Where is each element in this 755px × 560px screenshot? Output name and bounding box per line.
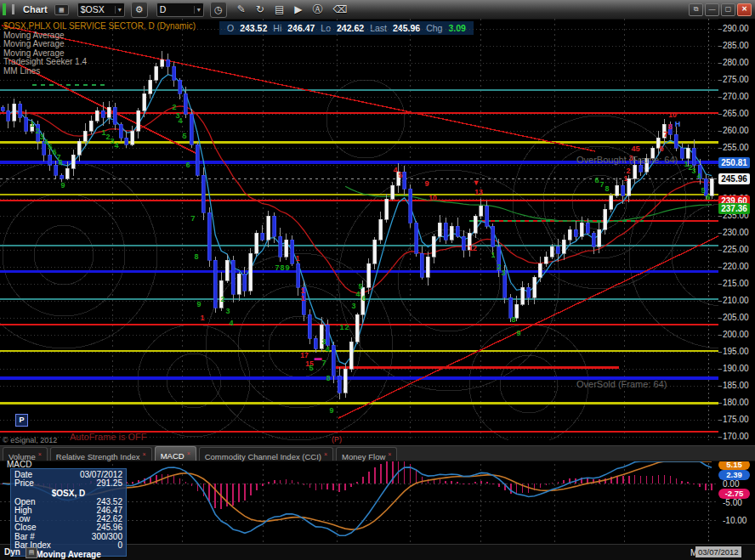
svg-text:5: 5: [635, 144, 639, 153]
price-badge: 250.81: [718, 157, 750, 168]
price-tickmark: [718, 301, 722, 302]
svg-text:8: 8: [667, 122, 672, 131]
autoframe-status: AutoFrame is OFF: [70, 432, 146, 442]
indicator-tab-volume[interactable]: Volume×: [3, 447, 48, 461]
svg-text:3: 3: [501, 269, 505, 277]
price-tick-label: 270.00: [723, 92, 749, 101]
refresh-icon[interactable]: ↻: [256, 3, 264, 15]
cycle-circle: [469, 325, 588, 440]
svg-text:6: 6: [594, 176, 599, 184]
draw-pencil-icon[interactable]: ✎: [237, 3, 246, 15]
price-tickmark: [718, 250, 722, 251]
svg-text:5: 5: [309, 364, 313, 372]
window-controls: ⧉ — ▢ ✕: [689, 3, 752, 16]
tab-close-icon[interactable]: ×: [187, 450, 190, 456]
svg-text:5: 5: [398, 171, 402, 179]
svg-text:8: 8: [280, 263, 284, 272]
dynamic-mode-icon[interactable]: ▤: [26, 547, 37, 558]
chevron-down-icon[interactable]: ▾: [115, 6, 122, 14]
symbol-value[interactable]: $OSX: [81, 4, 111, 14]
svg-text:▬: ▬: [315, 354, 322, 362]
pivot-marker: P: [15, 414, 28, 427]
svg-text:1: 1: [300, 294, 304, 303]
symbol-description: $OSX,PHLX OIL SERVICE SECTOR, D (Dynamic…: [3, 22, 196, 31]
svg-text:8: 8: [511, 315, 515, 324]
indicator-tab-commodity-channel-index-cci-[interactable]: Commodity Channel Index (CCI)×: [199, 447, 333, 461]
main-price-chart[interactable]: 12345678912342345678912347891111715▬5347…: [0, 19, 718, 440]
price-tickmark: [718, 369, 722, 370]
svg-text:4: 4: [178, 116, 182, 125]
svg-text:1: 1: [295, 254, 299, 263]
cycle-circle: [398, 229, 500, 331]
price-tickmark: [718, 420, 722, 421]
tab-close-icon[interactable]: ×: [143, 451, 146, 457]
legend-item[interactable]: Moving Average: [3, 40, 196, 49]
indicator-tab-bar: Volume×Relative Strength Index×MACD×Comm…: [0, 445, 755, 461]
price-tick-label: 180.00: [723, 398, 749, 407]
cycle-circle: [326, 80, 405, 158]
price-badge: 245.96: [718, 173, 750, 184]
svg-text:7: 7: [321, 359, 326, 367]
toolbar: Chart ▦ $OSX ▾ ⚙ D ▾ ◷ ✎ ↻ ▤ ▶ Ⓐ ⌫ ⧉ — ▢…: [0, 0, 755, 20]
indicator-tab-macd[interactable]: MACD×: [155, 446, 196, 461]
legend-item[interactable]: Tradesight Seeker 1.4: [3, 58, 196, 67]
svg-text:13: 13: [474, 188, 483, 196]
price-tickmark: [718, 216, 722, 217]
svg-text:5: 5: [701, 186, 705, 195]
price-tick-label: 195.00: [723, 347, 749, 356]
svg-text:12: 12: [468, 244, 477, 252]
price-tickmark: [718, 352, 722, 353]
chart-panel-icon[interactable]: ▤: [275, 3, 284, 15]
interval-input[interactable]: D ▾: [156, 3, 204, 17]
maximize-button[interactable]: ▢: [721, 3, 735, 16]
svg-text:5: 5: [358, 282, 362, 291]
svg-text:4: 4: [355, 290, 360, 298]
svg-text:1: 1: [200, 314, 204, 322]
price-tick-label: 275.00: [723, 75, 749, 84]
tab-close-icon[interactable]: ×: [38, 451, 42, 457]
minimize-button[interactable]: —: [705, 3, 719, 16]
gear-icon: ⚙: [135, 4, 144, 14]
svg-text:3: 3: [351, 302, 355, 310]
dynamic-mode-label[interactable]: Dyn: [4, 547, 20, 557]
svg-text:17: 17: [300, 351, 309, 359]
macd-badge: 2.39: [718, 470, 750, 480]
svg-text:9: 9: [285, 263, 289, 272]
tab-close-icon[interactable]: ×: [324, 451, 327, 457]
svg-text:8: 8: [605, 184, 609, 193]
svg-text:7: 7: [663, 130, 667, 139]
restore-window-button[interactable]: ⧉: [689, 3, 703, 16]
eraser-icon[interactable]: ⌫: [332, 3, 347, 15]
price-tick-label: 290.00: [723, 24, 749, 33]
candlestick-series: [1, 51, 713, 399]
svg-text:4: 4: [325, 345, 329, 354]
symbol-lookup-button[interactable]: ⚙: [131, 2, 148, 18]
svg-text:9: 9: [516, 329, 520, 337]
window-handle-icon[interactable]: [3, 3, 6, 15]
price-tick-label: 225.00: [723, 245, 749, 254]
play-icon[interactable]: ▶: [294, 3, 302, 15]
svg-text:8: 8: [326, 374, 330, 382]
legend-item[interactable]: MM Lines: [3, 67, 196, 76]
svg-text:10: 10: [668, 110, 677, 119]
indicator-tab-money-flow[interactable]: Money Flow×: [336, 447, 397, 461]
current-date-highlight: 03/07/2012: [695, 546, 741, 557]
tab-close-icon[interactable]: ×: [388, 451, 391, 457]
indicator-tab-relative-strength-index[interactable]: Relative Strength Index×: [50, 447, 152, 461]
chevron-down-icon[interactable]: ▾: [194, 6, 201, 14]
svg-text:2: 2: [172, 103, 176, 111]
window-handle-icon[interactable]: [12, 4, 14, 14]
svg-text:1: 1: [491, 251, 495, 259]
price-tick-label: 220.00: [723, 262, 749, 271]
svg-text:H: H: [675, 120, 681, 128]
price-tick-label: 200.00: [723, 330, 749, 339]
time-interval-button[interactable]: ◷: [210, 2, 227, 18]
symbol-input[interactable]: $OSX ▾: [77, 3, 125, 17]
copyright-label: © eSignal, 2012: [3, 436, 57, 444]
price-tick-label: 170.00: [723, 432, 749, 441]
interval-value[interactable]: D: [160, 4, 190, 14]
close-button[interactable]: ✕: [737, 3, 752, 16]
svg-text:5: 5: [182, 132, 186, 140]
auto-icon[interactable]: Ⓐ: [312, 3, 322, 17]
price-tickmark: [718, 335, 722, 336]
